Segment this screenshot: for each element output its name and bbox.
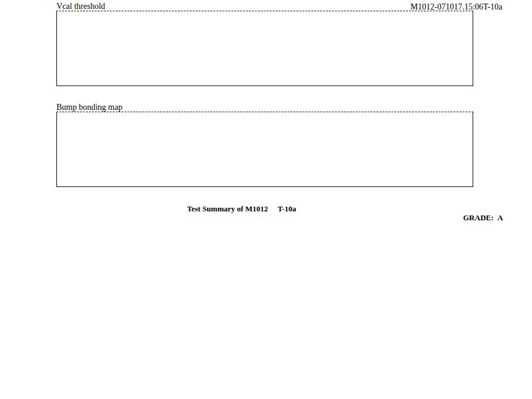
- bump-color-scale: [476, 113, 499, 187]
- trend-plots: [0, 300, 532, 399]
- grade: GRADE: A: [455, 204, 503, 231]
- vcal-threshold-heatmap: [56, 11, 473, 86]
- bump-bonding-heatmap: [56, 112, 473, 187]
- vcal-color-scale: [476, 12, 499, 86]
- summary-title: Test Summary of M1012 T-10a: [187, 204, 296, 213]
- bump-map-title: Bump bonding map: [56, 103, 122, 112]
- module-test-report: Vcal threshold M1012-071017.15:06T-10a B…: [0, 0, 532, 399]
- grade-value: A: [498, 213, 503, 222]
- vcal-map-title: Vcal threshold: [56, 2, 105, 11]
- grade-label: GRADE:: [463, 213, 493, 222]
